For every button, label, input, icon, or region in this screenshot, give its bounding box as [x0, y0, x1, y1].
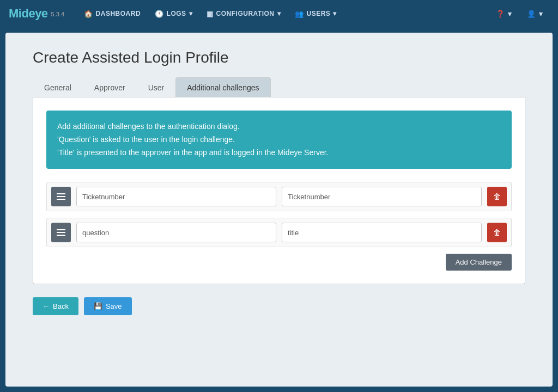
delete-button-1[interactable]: 🗑 — [487, 187, 507, 206]
trash-icon-2: 🗑 — [493, 228, 501, 237]
tab-general-label: General — [44, 83, 71, 92]
tab-additional-challenges-label: Additional challenges — [187, 83, 259, 92]
nav-item-user[interactable]: 👤 ▾ — [520, 0, 549, 27]
nav-item-help[interactable]: ❓ ▾ — [489, 0, 518, 27]
add-challenge-row: Add Challenge — [46, 254, 512, 271]
back-arrow-icon: ← — [43, 302, 50, 310]
brand-version: 5.3.4 — [51, 11, 64, 17]
brand: Mideye 5.3.4 — [9, 7, 64, 21]
brand-name-part2: eye — [28, 7, 47, 20]
tab-general[interactable]: General — [33, 77, 83, 97]
tab-user-label: User — [148, 83, 165, 92]
nav-item-logs[interactable]: 🕐 LOGS ▾ — [148, 0, 199, 27]
content-wrapper: Create Assisted Login Profile General Ap… — [5, 33, 553, 387]
save-button-label: Save — [106, 302, 122, 310]
back-button[interactable]: ← Back — [33, 297, 78, 315]
tabs: General Approver User Additional challen… — [33, 77, 525, 97]
brand-logo: Mideye — [9, 7, 48, 21]
drag-handle-icon-2 — [57, 229, 65, 236]
configuration-dropdown-icon: ▾ — [277, 10, 281, 17]
logs-icon: 🕐 — [155, 10, 164, 18]
back-button-label: Back — [53, 302, 69, 310]
nav-item-dashboard[interactable]: 🏠 DASHBOARD — [77, 0, 147, 27]
nav-item-users[interactable]: 👥 USERS ▾ — [288, 0, 343, 27]
challenge-row-2: 🗑 — [46, 218, 512, 247]
tab-user[interactable]: User — [137, 77, 176, 97]
bottom-actions: ← Back 💾 Save — [33, 297, 525, 315]
nav-label-configuration: CONFIGURATION — [216, 10, 275, 17]
card: Add additional challenges to the authent… — [33, 97, 525, 284]
logs-dropdown-icon: ▾ — [189, 10, 193, 17]
info-line3: 'Title' is presented to the approver in … — [57, 146, 501, 160]
tab-approver[interactable]: Approver — [83, 77, 137, 97]
info-line2: 'Question' is asked to the user in the l… — [57, 133, 501, 146]
tab-additional-challenges[interactable]: Additional challenges — [175, 77, 270, 97]
nav-items: 🏠 DASHBOARD 🕐 LOGS ▾ ▦ CONFIGURATION ▾ 👥… — [77, 0, 485, 27]
nav-label-users: USERS — [307, 10, 331, 17]
question-input-1[interactable] — [76, 187, 276, 206]
user-icon: 👤 — [527, 10, 536, 18]
nav-label-dashboard: DASHBOARD — [96, 10, 141, 17]
info-line1: Add additional challenges to the authent… — [57, 120, 501, 133]
dashboard-icon: 🏠 — [84, 10, 93, 18]
users-icon: 👥 — [295, 10, 304, 18]
add-challenge-button[interactable]: Add Challenge — [446, 254, 512, 271]
nav-label-logs: LOGS — [167, 10, 186, 17]
delete-button-2[interactable]: 🗑 — [487, 223, 507, 242]
help-icon: ❓ — [496, 10, 505, 18]
save-button[interactable]: 💾 Save — [84, 297, 132, 315]
title-input-1[interactable] — [282, 187, 482, 206]
tab-approver-label: Approver — [94, 83, 125, 92]
challenge-row-1: 🗑 — [46, 182, 512, 211]
save-icon: 💾 — [94, 302, 102, 310]
drag-handle-1[interactable] — [51, 187, 71, 206]
trash-icon-1: 🗑 — [493, 192, 501, 201]
nav-item-configuration[interactable]: ▦ CONFIGURATION ▾ — [200, 0, 287, 27]
nav-right: ❓ ▾ 👤 ▾ — [489, 0, 549, 27]
question-input-2[interactable] — [76, 223, 276, 242]
help-dropdown-icon: ▾ — [508, 10, 512, 18]
title-input-2[interactable] — [282, 223, 482, 242]
configuration-icon: ▦ — [207, 10, 214, 18]
page-title: Create Assisted Login Profile — [33, 49, 525, 66]
users-dropdown-icon: ▾ — [333, 10, 337, 17]
info-box: Add additional challenges to the authent… — [46, 111, 512, 169]
user-dropdown-icon: ▾ — [539, 10, 543, 18]
navbar: Mideye 5.3.4 🏠 DASHBOARD 🕐 LOGS ▾ ▦ CONF… — [0, 0, 558, 27]
drag-handle-icon-1 — [57, 193, 65, 200]
drag-handle-2[interactable] — [51, 223, 71, 242]
brand-name-part1: Mid — [9, 7, 28, 20]
